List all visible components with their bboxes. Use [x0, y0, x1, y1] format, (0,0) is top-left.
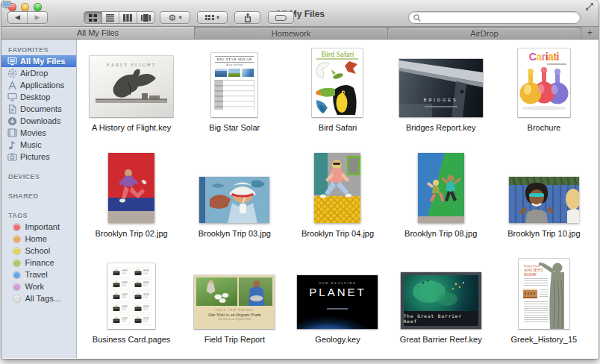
fullscreen-button[interactable]	[585, 2, 594, 11]
column-view-button[interactable]	[119, 12, 137, 23]
file-label: Great Barrier Reef.key	[400, 335, 482, 344]
sidebar-tag-travel[interactable]: Travel	[1, 269, 76, 280]
back-button[interactable]: ◀	[8, 12, 28, 23]
sidebar-tag-home[interactable]: Home	[1, 233, 76, 245]
tag-dot-gray	[13, 295, 20, 302]
letter: a	[536, 51, 541, 63]
sidebar-item-documents[interactable]: Documents	[1, 103, 76, 115]
sidebar-tag-all-tags[interactable]: All Tags...	[1, 292, 76, 304]
file-label: Brooklyn Trip 10.jpg	[507, 229, 580, 238]
tags-button[interactable]	[268, 11, 294, 24]
sidebar-tag-work[interactable]: Work	[1, 280, 76, 292]
column-view-icon	[123, 14, 132, 22]
file-item-brooklyn-trip-02[interactable]: Brooklyn Trip 02.jpg	[80, 147, 183, 253]
forward-button[interactable]: ▶	[28, 12, 47, 23]
search-field[interactable]	[408, 11, 581, 24]
list-view-button[interactable]	[102, 12, 120, 23]
new-tab-button[interactable]: +	[581, 27, 599, 39]
photo-figure	[199, 177, 269, 223]
file-item-great-barrier-reef[interactable]: The Great Barrier Reef Great Barrier Ree…	[390, 253, 493, 359]
file-thumbnail: History Finals ANCIENT ROME	[519, 259, 569, 329]
file-thumbnail: EARLY FLIGHT	[90, 56, 173, 117]
sidebar-header-shared: SHARED	[1, 190, 76, 201]
search-input[interactable]	[424, 13, 575, 22]
icon-view-button[interactable]	[84, 12, 102, 23]
file-label: Field Trip Report	[204, 335, 265, 344]
file-item-business-card[interactable]: Business Card.pages	[80, 253, 183, 359]
file-item-big-star-solar[interactable]: BIG STAR SOLAR Array Systems Big Star So…	[183, 41, 286, 147]
sidebar-item-airdrop[interactable]: AirDrop	[1, 67, 76, 79]
file-label: Big Star Solar	[209, 123, 260, 132]
tab-homework[interactable]: Homework	[194, 28, 388, 39]
file-item-brooklyn-trip-08[interactable]: Brooklyn Trip 08.jpg	[390, 147, 493, 253]
thumb-caption-bar	[327, 308, 348, 310]
thumb-title: Cariati	[518, 51, 570, 63]
file-grid: EARLY FLIGHT A History of Flight.key BIG…	[77, 40, 599, 358]
action-menu-button[interactable]: ⚙ ▾	[160, 11, 190, 24]
sidebar-item-label: Travel	[25, 270, 48, 279]
file-item-geology[interactable]: OUR EVOLVING PLANET Geology.key	[286, 253, 389, 359]
file-label: Brooklyn Trip 04.jpg	[301, 229, 374, 238]
file-thumbnail: BIG STAR SOLAR Array Systems	[211, 53, 257, 117]
sidebar-item-pictures[interactable]: Pictures	[1, 151, 76, 163]
sidebar-item-downloads[interactable]: Downloads	[1, 115, 76, 127]
file-item-brooklyn-trip-04[interactable]: Brooklyn Trip 04.jpg	[286, 147, 389, 253]
reef-photo	[404, 275, 478, 311]
file-item-brochure[interactable]: Cariati	[493, 41, 596, 147]
file-thumbnail	[199, 177, 269, 223]
sidebar-item-label: Documents	[20, 104, 62, 113]
file-label: Bridges Report.key	[406, 123, 476, 132]
photo-figures	[418, 153, 464, 223]
sidebar-item-label: All My Files	[20, 57, 66, 66]
file-item-brooklyn-trip-03[interactable]: Brooklyn Trip 03.jpg	[183, 147, 286, 253]
tab-all-my-files[interactable]: All My Files	[1, 27, 195, 39]
finder-window: All My Files ◀ ▶	[1, 0, 599, 359]
sidebar-item-music[interactable]: Music	[1, 139, 76, 151]
solar-table	[214, 80, 254, 110]
tab-airdrop[interactable]: AirDrop	[387, 28, 581, 39]
tag-dot-yellow	[13, 248, 20, 254]
sidebar-item-desktop[interactable]: Desktop	[1, 91, 76, 103]
file-item-bird-safari[interactable]: Bird Safari	[286, 41, 389, 147]
sidebar-tag-school[interactable]: School	[1, 245, 76, 257]
thumb-title: PLANET	[297, 286, 378, 298]
back-icon: ◀	[8, 12, 27, 23]
sidebar-item-all-my-files[interactable]: All My Files	[1, 55, 76, 67]
file-item-a-history-of-flight[interactable]: EARLY FLIGHT A History of Flight.key	[80, 41, 183, 147]
sidebar-item-label: AirDrop	[20, 69, 48, 78]
decanters-illustration	[518, 65, 570, 114]
gear-icon: ⚙	[169, 13, 177, 22]
file-label: Geology.key	[315, 335, 360, 344]
file-thumbnail	[418, 153, 464, 223]
tag-dot-orange	[13, 236, 20, 242]
sidebar-item-label: Music	[20, 140, 42, 149]
text-block	[524, 278, 548, 287]
thumb-title: EARLY FLIGHT	[90, 63, 173, 67]
sidebar-item-applications[interactable]: Applications	[1, 79, 76, 91]
file-label: Brooklyn Trip 08.jpg	[404, 229, 477, 238]
search-icon	[413, 14, 421, 22]
sidebar-item-label: Work	[25, 282, 44, 291]
file-thumbnail: BRIDGES	[399, 59, 483, 117]
sidebar-item-label: Important	[25, 222, 60, 231]
arrange-menu-button[interactable]: ▾	[197, 11, 228, 24]
sidebar-item-label: School	[25, 246, 51, 255]
sidebar-item-movies[interactable]: Movies	[1, 127, 76, 139]
share-button[interactable]	[234, 11, 260, 24]
coverflow-view-button[interactable]	[137, 12, 154, 23]
sidebar-tag-finance[interactable]: Finance	[1, 257, 76, 269]
file-item-greek-history[interactable]: History Finals ANCIENT ROME Greek_Histor…	[493, 253, 596, 359]
file-item-brooklyn-trip-10[interactable]: Brooklyn Trip 10.jpg	[493, 147, 596, 253]
caret-down-icon: ▾	[216, 14, 219, 21]
computer-icon	[1, 1, 11, 9]
sidebar-item-label: All Tags...	[25, 294, 61, 303]
tag-icon	[275, 15, 287, 21]
sidebar-item-label: Pictures	[20, 152, 50, 161]
sidebar-item-label: Home	[25, 234, 47, 243]
file-item-field-trip-report[interactable]: FIELD TRIP REPORT Our Visit to an Organi…	[183, 253, 286, 359]
sidebar-tag-important[interactable]: Important	[1, 221, 76, 233]
sidebar-item-label: Applications	[20, 81, 64, 90]
file-item-bridges-report[interactable]: BRIDGES Bridges Report.key	[390, 41, 493, 147]
file-label: Business Card.pages	[93, 335, 171, 344]
movies-icon	[7, 128, 17, 138]
